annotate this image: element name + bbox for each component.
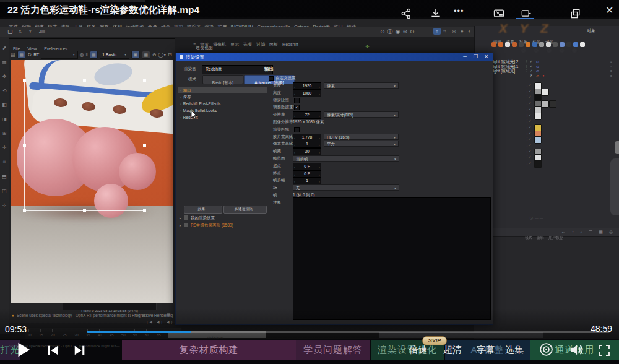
more-options-icon[interactable]: ••• xyxy=(454,6,464,15)
speed-button[interactable]: 倍速 xyxy=(409,344,428,356)
field-checkbox[interactable] xyxy=(294,98,300,103)
preset-expand-icon[interactable]: ▸ xyxy=(180,216,181,220)
left-tool-icon[interactable]: ✥ xyxy=(0,74,9,79)
minimize-icon[interactable]: — xyxy=(546,5,555,15)
menu-item[interactable]: 模式 xyxy=(525,235,532,241)
channel-dropdown-icon[interactable]: ◯▾ xyxy=(158,52,166,58)
left-tool-icon[interactable]: ⬈ xyxy=(0,45,9,51)
selection-handle[interactable] xyxy=(143,144,146,147)
left-tool-icon[interactable]: ⌗ xyxy=(0,159,9,165)
bucket-mode-dropdown[interactable]: 1 Basic▼ xyxy=(100,51,129,59)
window-tool-icon[interactable]: ▢ xyxy=(7,28,13,35)
disabled-x-icon[interactable]: ✗ xyxy=(530,74,533,77)
field-number-input[interactable]: 1.778‹› xyxy=(293,134,321,141)
field-number-input[interactable]: 0 F‹› xyxy=(293,163,321,170)
left-tool-icon[interactable]: ⊹ xyxy=(0,202,9,208)
left-tool-icon[interactable]: ⟲ xyxy=(0,88,9,93)
row-dots-icon[interactable]: ⋮✓ xyxy=(526,137,531,141)
row-dots-icon[interactable]: ⋮✓ xyxy=(526,155,531,158)
enabled-check-icon[interactable]: ✓ xyxy=(530,59,533,63)
restore-icon[interactable] xyxy=(569,7,582,20)
object-tool-icon[interactable] xyxy=(505,42,510,47)
custom-settings-checkbox[interactable] xyxy=(269,76,274,81)
field-unit-dropdown[interactable]: 像素▼ xyxy=(324,82,399,89)
row-dots-icon[interactable]: ⋮✓ xyxy=(526,83,531,87)
row-dots-icon[interactable]: ⋮✓ xyxy=(526,101,531,105)
field-unit-dropdown[interactable]: HDTV (16:9)▼ xyxy=(324,134,399,140)
viewport-menu-item[interactable]: 过滤 xyxy=(256,41,265,48)
left-tool-icon[interactable]: ◳ xyxy=(0,188,9,194)
grid-icon[interactable]: ▦ xyxy=(142,51,150,59)
left-tool-icon[interactable]: ◧ xyxy=(0,102,9,108)
material-swatch[interactable] xyxy=(534,160,542,168)
field-number-input[interactable]: 1920‹› xyxy=(293,82,321,90)
mode-basic-button[interactable]: Basic [基本] xyxy=(202,75,243,84)
viewport-menu-item[interactable]: 摄像机 xyxy=(213,41,226,48)
c4d-timeline-ruler[interactable]: 10152025303540455055606570 xyxy=(25,328,181,339)
material-swatch[interactable] xyxy=(542,89,549,96)
material-swatch[interactable] xyxy=(534,136,542,144)
selection-handle[interactable] xyxy=(83,79,86,82)
c4d-left-toolbar[interactable]: ⬈▦✥⟲◧◨⊞✛⌗⬒◳⊹ xyxy=(0,37,9,334)
row-dots-icon[interactable]: ⋮✓ xyxy=(526,119,531,123)
field-dropdown[interactable]: 当前帧▼ xyxy=(293,155,399,162)
screencast-target-icon[interactable] xyxy=(539,342,554,357)
preset-item[interactable]: RS中级效果画质 (1580) xyxy=(191,223,233,228)
fullscreen-icon[interactable] xyxy=(597,343,612,358)
bucket-icon[interactable]: ▦ xyxy=(90,51,98,59)
visibility-dots-icon[interactable]: ⋮ xyxy=(525,69,528,72)
field-number-input[interactable]: 30‹› xyxy=(293,148,321,155)
drawer-mini-handle[interactable] xyxy=(615,141,619,154)
field-unit-dropdown[interactable]: 平方▼ xyxy=(324,141,399,147)
effects-button[interactable]: 效果... xyxy=(184,206,222,214)
viewport-menu-item[interactable]: 面板 xyxy=(269,41,278,48)
row-dots-icon[interactable]: ⋮✓ xyxy=(526,95,531,98)
snapshot-icon[interactable]: ◍ xyxy=(80,52,84,58)
multipass-button[interactable]: 多通道渲染... xyxy=(223,206,267,214)
selection-handle[interactable] xyxy=(23,209,26,212)
selection-handle[interactable] xyxy=(23,79,26,82)
field-number-input[interactable]: 1‹› xyxy=(293,177,321,184)
camera-dropdown[interactable]: ▼ xyxy=(41,51,77,59)
selection-handle[interactable] xyxy=(143,79,146,82)
region-icon[interactable]: ▣ xyxy=(131,51,140,59)
progressive-icon[interactable]: ▦ xyxy=(167,313,171,318)
episodes-button[interactable]: 选集 xyxy=(505,344,524,356)
viewport-menu-item[interactable]: 显示 xyxy=(230,41,239,48)
snap-tool-icons[interactable]: ⊙ⓘ◉⊚⊙ xyxy=(380,28,417,36)
left-tool-icon[interactable]: ▦ xyxy=(0,59,9,65)
menu-item[interactable]: 编辑 xyxy=(537,235,544,241)
comment-textarea[interactable] xyxy=(293,197,491,320)
dialog-minimize-button[interactable]: ─ xyxy=(463,54,467,59)
playlist-drawer-handle[interactable] xyxy=(610,158,619,215)
next-button[interactable] xyxy=(73,344,87,357)
preset-expand-icon[interactable]: ▸ xyxy=(180,223,181,227)
tab-objects[interactable]: 对象 xyxy=(587,28,595,34)
row-dots-icon[interactable]: ⋮✓ xyxy=(526,107,531,111)
attribute-manager-tools[interactable]: ← ↑ ⌕ ☰ ▦ ◎ xyxy=(561,230,615,235)
enabled-check-icon[interactable]: ✓ xyxy=(530,64,533,68)
object-tool-icon[interactable] xyxy=(512,42,517,47)
ab-compare-icon[interactable]: ⫼ xyxy=(86,53,88,57)
film-icon[interactable]: ▤ xyxy=(11,52,15,58)
play-button[interactable] xyxy=(14,340,32,359)
dialog-close-button[interactable]: ✕ xyxy=(484,54,488,59)
selection-handle[interactable] xyxy=(143,209,146,212)
enabled-check-icon[interactable]: ✓ xyxy=(530,69,533,72)
field-number-input[interactable]: 1080‹› xyxy=(293,90,321,97)
selection-handle[interactable] xyxy=(23,144,26,147)
visibility-dots-icon[interactable]: ⋮ xyxy=(525,64,528,68)
visibility-dots-icon[interactable]: ⋮ xyxy=(525,59,528,63)
row-dots-icon[interactable]: ⋮✓ xyxy=(526,149,531,153)
renderer-dropdown[interactable]: Redshift ▼ xyxy=(202,65,273,74)
lock-icon[interactable]: ⊖ xyxy=(152,52,157,58)
progress-bar[interactable] xyxy=(87,331,610,333)
render-icon[interactable]: ● xyxy=(461,28,464,34)
workplane-icon[interactable]: ⌗ xyxy=(443,28,446,35)
download-icon[interactable] xyxy=(430,7,442,20)
refresh-icon[interactable]: ↻ xyxy=(27,52,32,58)
left-tool-icon[interactable]: ◨ xyxy=(0,116,9,122)
field-number-input[interactable]: 0 F‹› xyxy=(293,170,321,178)
field-dropdown[interactable]: 无▼ xyxy=(293,184,399,191)
row-dots-icon[interactable]: ⋮✓ xyxy=(526,131,531,135)
